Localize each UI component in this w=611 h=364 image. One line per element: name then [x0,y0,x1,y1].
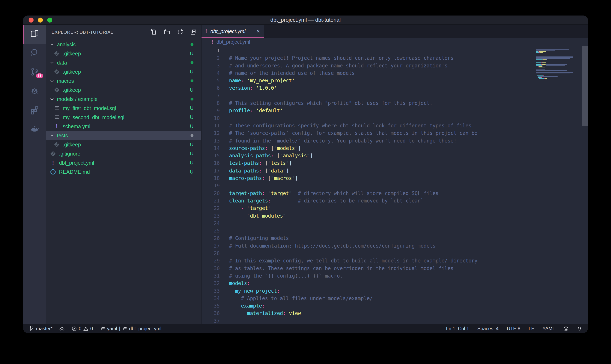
line-number: 3 [202,62,220,69]
folder-dot [191,134,194,137]
code-line-18: 18macro-paths: ["macros"] [202,175,588,182]
refresh-explorer-icon [177,32,183,36]
new-folder-icon [164,32,170,36]
zoom-window-button[interactable] [47,18,52,23]
code-line-26: 26# Configuring models [202,234,588,242]
explorer-icon [30,29,39,39]
breadcrumb-filename: dbt_project.yml [216,39,250,45]
code-line-28: 28 [202,250,588,257]
activity-item-docker[interactable] [23,120,46,139]
code-line-20: 20target-path: "target" # directory whic… [202,190,588,197]
refresh-explorer-button[interactable] [177,29,184,36]
eol-label: LF [528,326,534,332]
code-line-22: 22 - "target" [202,205,588,212]
code-line-16: 16test-paths: ["tests"] [202,159,588,167]
tree-item--gitkeep[interactable]: .gitkeepU [46,67,201,76]
tree-item-my-second-dbt-model-sql[interactable]: my_second_dbt_model.sqlU [46,113,201,122]
breadcrumb[interactable]: ! dbt_project.yml [202,38,588,46]
sync-changes-button[interactable] [59,326,65,331]
code-line-23: 23 - "dbt_modules" [202,212,588,220]
code-line-31: 31# using the `{{ config(...) }}` macro. [202,272,588,280]
file-name: models / example [57,96,191,102]
editor-scrollbar[interactable] [582,46,588,126]
activity-item-run-debug[interactable] [23,82,46,101]
line-number: 15 [202,152,220,159]
tree-item--gitkeep[interactable]: .gitkeepU [46,140,201,149]
git-folder-dot [191,43,194,46]
eol-indicator[interactable]: LF [528,326,534,332]
line-number: 4 [202,69,220,77]
tree-item--gitkeep[interactable]: .gitkeepU [46,49,201,58]
close-window-button[interactable] [28,18,34,23]
yaml-language-status[interactable]: yaml | dbt_project.yml [100,326,162,332]
line-number: 28 [202,250,220,257]
minimize-window-button[interactable] [38,18,43,23]
cursor-position-indicator[interactable]: Ln 1, Col 1 [446,326,469,332]
line-number: 1 [202,47,220,54]
git-folder-dot [191,79,194,82]
line-number: 17 [202,167,220,175]
activity-item-source-control[interactable]: 11 [23,63,46,82]
chevron-down-icon [50,42,55,47]
line-number: 26 [202,234,220,242]
git-untracked-badge: U [190,69,194,75]
sql-file-icon [54,114,60,120]
line-number: 10 [202,115,220,122]
tree-item-models-example[interactable]: models / example [46,94,201,104]
notifications-button[interactable] [577,326,582,331]
tree-item-schema-yml[interactable]: !schema.ymlU [46,122,201,131]
tree-item-dbt-project-yml[interactable]: !dbt_project.ymlU [46,158,201,167]
code-line-6: 6version: '1.0.0' [202,84,588,92]
code-line-27: 27# Full documentation: https://docs.get… [202,242,588,250]
vscode-window: dbt_project.yml — dbt-tutorial 11 EXPLOR… [23,15,588,333]
file-name: my_first_dbt_model.sql [63,105,190,111]
minimap[interactable] [536,48,582,80]
code-editor[interactable]: 12# Name your project! Project names sho… [202,46,588,325]
new-file-button[interactable] [150,29,157,36]
tree-item-readme-md[interactable]: README.mdU [46,167,201,176]
chevron-down-icon [50,60,55,65]
file-status-label: dbt_project.yml [129,326,161,332]
feedback-button[interactable] [563,326,569,331]
git-branch-indicator[interactable]: master* [29,326,52,332]
tab-dbt-project-yml[interactable]: ! dbt_project.yml × [202,25,264,38]
tree-item--gitignore[interactable]: .gitignoreU [46,149,201,158]
tree-item-data[interactable]: data [46,58,201,67]
tree-item-my-first-dbt-model-sql[interactable]: my_first_dbt_model.sqlU [46,104,201,113]
code-line-7: 7 [202,92,588,100]
language-label: YAML [542,326,555,332]
collapse-folders-button[interactable] [190,29,197,36]
code-line-29: 29# In this example config, we tell dbt … [202,257,588,264]
git-untracked-badge: U [190,123,194,129]
tree-item--gitkeep[interactable]: .gitkeepU [46,85,201,94]
git-file-icon [50,151,56,157]
git-branch-icon [29,326,34,331]
activity-item-extensions[interactable] [23,101,46,120]
docker-icon [30,124,39,134]
new-folder-button[interactable] [164,29,171,36]
encoding-indicator[interactable]: UTF-8 [507,326,520,332]
tab-label: dbt_project.yml [210,28,257,34]
tree-item-macros[interactable]: macros [46,76,201,85]
tree-item-analysis[interactable]: analysis [46,40,201,49]
activity-item-search[interactable] [23,44,46,63]
code-line-11: 11# These configurations specify where d… [202,122,588,130]
indentation-indicator[interactable]: Spaces: 4 [477,326,499,332]
line-number: 2 [202,54,220,62]
line-number: 36 [202,310,220,317]
line-number: 32 [202,280,220,287]
close-tab-icon[interactable]: × [257,28,260,34]
line-number: 12 [202,130,220,137]
cloud-upload-icon [59,326,65,331]
tree-item-tests[interactable]: tests [46,131,201,140]
git-untracked-badge: U [190,87,194,93]
language-mode-indicator[interactable]: YAML [542,326,555,332]
line-number: 13 [202,137,220,144]
activity-item-explorer[interactable] [23,25,46,44]
problems-indicator[interactable]: 0 0 [72,326,93,332]
activity-bar: 11 [23,25,46,333]
file-name: dbt_project.yml [59,160,190,166]
line-number: 14 [202,144,220,152]
code-line-21: 21clean-targets: # directories to be rem… [202,197,588,205]
yaml-warning-icon: ! [205,28,207,35]
